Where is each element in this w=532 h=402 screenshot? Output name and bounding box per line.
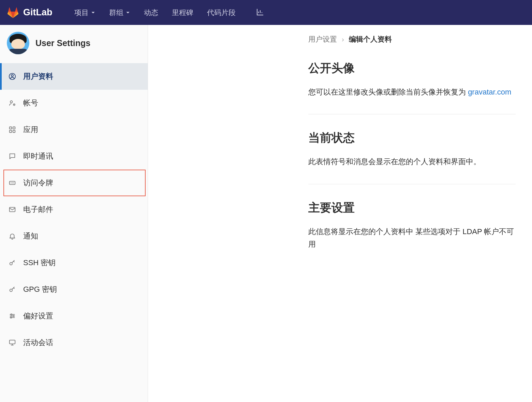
section-title: 公开头像	[308, 60, 516, 76]
svg-point-17	[11, 317, 12, 318]
user-circle-icon	[8, 72, 16, 81]
main-content: 用户设置 › 编辑个人资料 公开头像 您可以在这里修改头像或删除当前头像并恢复为…	[148, 25, 532, 402]
sidebar-item-label: 应用	[23, 125, 38, 135]
brand-text: GitLab	[23, 7, 53, 18]
chevron-down-icon	[125, 10, 130, 15]
sidebar-item-label: SSH 密钥	[23, 258, 56, 268]
svg-rect-5	[13, 127, 15, 129]
sidebar-item-preferences[interactable]: 偏好设置	[0, 303, 148, 329]
sidebar-item-label: 偏好设置	[23, 311, 53, 321]
sidebar-title: User Settings	[35, 38, 90, 48]
sidebar-item-chat[interactable]: 即时通讯	[0, 143, 148, 170]
nav-projects[interactable]: 项目	[68, 4, 102, 21]
sidebar-item-gpg-keys[interactable]: GPG 密钥	[0, 276, 148, 303]
sidebar-item-applications[interactable]: 应用	[0, 116, 148, 143]
svg-rect-7	[13, 130, 15, 132]
svg-rect-18	[10, 340, 15, 344]
svg-point-14	[10, 289, 12, 291]
svg-point-15	[11, 314, 12, 315]
breadcrumb: 用户设置 › 编辑个人资料	[308, 34, 516, 44]
sidebar-header: User Settings	[0, 25, 148, 63]
svg-point-1	[11, 74, 13, 76]
sidebar-item-profile[interactable]: 用户资料	[0, 63, 148, 90]
grid-icon	[8, 126, 16, 134]
mail-icon	[8, 205, 16, 214]
sidebar-item-access-tokens[interactable]: 访问令牌	[3, 170, 146, 196]
sidebar-item-account[interactable]: 帐号	[0, 90, 148, 116]
sidebar-item-label: 通知	[23, 231, 38, 241]
gravatar-link[interactable]: gravatar.com	[468, 88, 511, 96]
svg-point-16	[13, 315, 14, 317]
sidebar-item-label: 访问令牌	[23, 178, 53, 188]
sidebar-item-label: 即时通讯	[23, 151, 53, 161]
section-status: 当前状态 此表情符号和消息会显示在您的个人资料和界面中。	[308, 130, 516, 184]
analytics-button[interactable]	[251, 4, 270, 21]
sidebar-item-ssh-keys[interactable]: SSH 密钥	[0, 249, 148, 276]
sidebar-item-notifications[interactable]: 通知	[0, 223, 148, 249]
topbar: GitLab 项目 群组 动态 里程碑 代码片段	[0, 0, 532, 25]
nav-snippets[interactable]: 代码片段	[200, 4, 242, 21]
gear-user-icon	[8, 99, 16, 107]
nav-activity[interactable]: 动态	[137, 4, 165, 21]
key-icon	[8, 285, 16, 293]
topbar-nav: 项目 群组 动态 里程碑 代码片段	[68, 4, 242, 21]
sidebar-item-label: GPG 密钥	[23, 284, 57, 295]
sidebar-item-label: 帐号	[23, 98, 38, 108]
section-avatar: 公开头像 您可以在这里修改头像或删除当前头像并恢复为 gravatar.com	[308, 60, 516, 114]
breadcrumb-current: 编辑个人资料	[349, 34, 392, 44]
section-desc: 此信息将显示在您的个人资料中 某些选项对于 LDAP 帐户不可用	[308, 225, 516, 251]
chat-icon	[8, 152, 16, 160]
sidebar-list: 用户资料 帐号 应用 即时通讯	[0, 63, 148, 356]
section-desc: 您可以在这里修改头像或删除当前头像并恢复为 gravatar.com	[308, 86, 516, 98]
svg-point-11	[13, 183, 14, 183]
sidebar-item-emails[interactable]: 电子邮件	[0, 196, 148, 223]
bell-icon	[8, 232, 16, 240]
section-title: 主要设置	[308, 200, 516, 216]
breadcrumb-separator: ›	[342, 35, 344, 43]
svg-point-3	[13, 104, 15, 105]
sidebar-item-label: 用户资料	[23, 71, 53, 82]
chart-icon	[256, 8, 264, 16]
breadcrumb-parent[interactable]: 用户设置	[308, 34, 337, 44]
nav-groups[interactable]: 群组	[102, 4, 137, 21]
monitor-icon	[8, 339, 16, 347]
key-icon	[8, 259, 16, 267]
sliders-icon	[8, 312, 16, 320]
brand-logo[interactable]: GitLab	[7, 6, 53, 19]
svg-point-10	[12, 183, 13, 183]
gitlab-icon	[7, 6, 19, 19]
token-icon	[8, 179, 16, 187]
sidebar: User Settings 用户资料 帐号 应用	[0, 25, 148, 402]
section-desc: 此表情符号和消息会显示在您的个人资料和界面中。	[308, 155, 516, 168]
nav-milestones[interactable]: 里程碑	[165, 4, 200, 21]
svg-rect-4	[10, 127, 12, 129]
svg-rect-6	[10, 130, 12, 132]
sidebar-item-label: 活动会话	[23, 338, 53, 348]
svg-point-2	[10, 101, 12, 103]
chevron-down-icon	[91, 10, 95, 15]
user-avatar[interactable]	[7, 32, 29, 54]
sidebar-item-active-sessions[interactable]: 活动会话	[0, 329, 148, 356]
section-main-settings: 主要设置 此信息将显示在您的个人资料中 某些选项对于 LDAP 帐户不可用	[308, 200, 516, 267]
section-title: 当前状态	[308, 130, 516, 146]
sidebar-item-label: 电子邮件	[23, 204, 53, 215]
svg-point-13	[10, 262, 12, 265]
svg-point-9	[11, 183, 11, 183]
